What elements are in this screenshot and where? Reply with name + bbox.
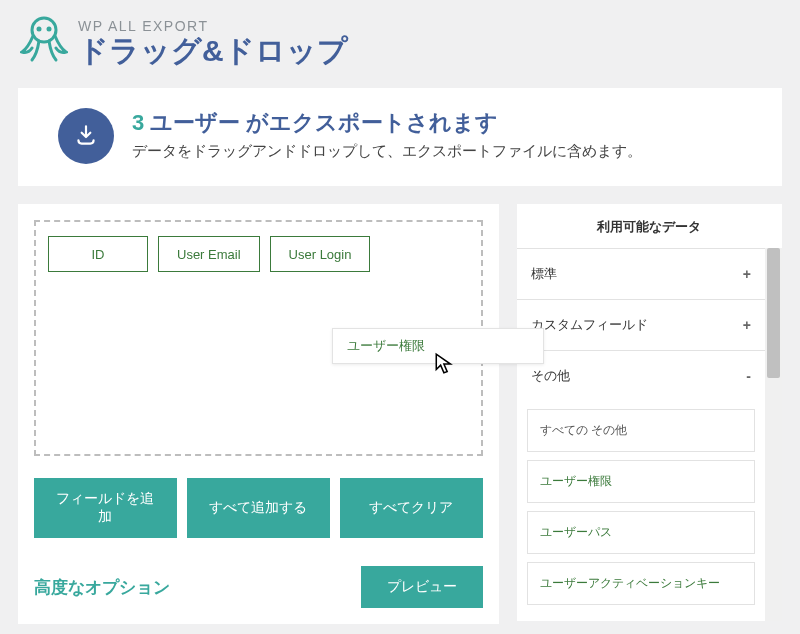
- accordion-custom-fields[interactable]: カスタムフィールド +: [517, 300, 765, 350]
- export-description: データをドラッグアンドドロップして、エクスポートファイルに含めます。: [132, 140, 762, 163]
- drop-zone[interactable]: ID User Email User Login ユーザー権限: [34, 220, 483, 456]
- collapse-icon: -: [746, 368, 751, 384]
- field-chip-user-email[interactable]: User Email: [158, 236, 260, 272]
- download-icon: [58, 108, 114, 164]
- scrollbar[interactable]: [765, 248, 782, 621]
- accordion-other[interactable]: その他 -: [517, 351, 765, 401]
- page-title: ドラッグ&ドロップ: [78, 34, 348, 67]
- accordion-label: 標準: [531, 265, 557, 283]
- export-builder-panel: ID User Email User Login ユーザー権限 フィールドを追加…: [18, 204, 499, 624]
- available-data-title: 利用可能なデータ: [517, 204, 782, 248]
- cursor-icon: [434, 352, 456, 376]
- available-data-panel: 利用可能なデータ 標準 + カスタムフィールド + その他 -: [517, 204, 782, 621]
- field-chip-id[interactable]: ID: [48, 236, 148, 272]
- export-summary-banner: 3 ユーザー がエクスポートされます データをドラッグアンドドロップして、エクス…: [18, 88, 782, 186]
- advanced-options-link[interactable]: 高度なオプション: [34, 576, 170, 599]
- add-all-button[interactable]: すべて追加する: [187, 478, 330, 538]
- expand-icon: +: [743, 266, 751, 282]
- export-count: 3: [132, 110, 144, 135]
- data-item-user-activation-key[interactable]: ユーザーアクティベーションキー: [527, 562, 755, 605]
- octopus-logo-icon: [20, 14, 68, 70]
- preview-button[interactable]: プレビュー: [361, 566, 483, 608]
- svg-point-0: [32, 18, 56, 42]
- scrollbar-thumb[interactable]: [767, 248, 780, 378]
- add-field-button[interactable]: フィールドを追加: [34, 478, 177, 538]
- accordion-label: その他: [531, 367, 570, 385]
- field-chip-user-login[interactable]: User Login: [270, 236, 371, 272]
- data-item-user-capabilities[interactable]: ユーザー権限: [527, 460, 755, 503]
- accordion-label: カスタムフィールド: [531, 316, 648, 334]
- clear-all-button[interactable]: すべてクリア: [340, 478, 483, 538]
- export-count-suffix: ユーザー がエクスポートされます: [150, 110, 498, 135]
- brand-label: WP ALL EXPORT: [78, 18, 348, 34]
- page-header: WP ALL EXPORT ドラッグ&ドロップ: [0, 0, 800, 88]
- svg-point-1: [37, 27, 42, 32]
- data-item-all-other[interactable]: すべての その他: [527, 409, 755, 452]
- export-count-title: 3 ユーザー がエクスポートされます: [132, 108, 762, 138]
- data-item-user-pass[interactable]: ユーザーパス: [527, 511, 755, 554]
- accordion-standard[interactable]: 標準 +: [517, 249, 765, 299]
- expand-icon: +: [743, 317, 751, 333]
- svg-point-2: [47, 27, 52, 32]
